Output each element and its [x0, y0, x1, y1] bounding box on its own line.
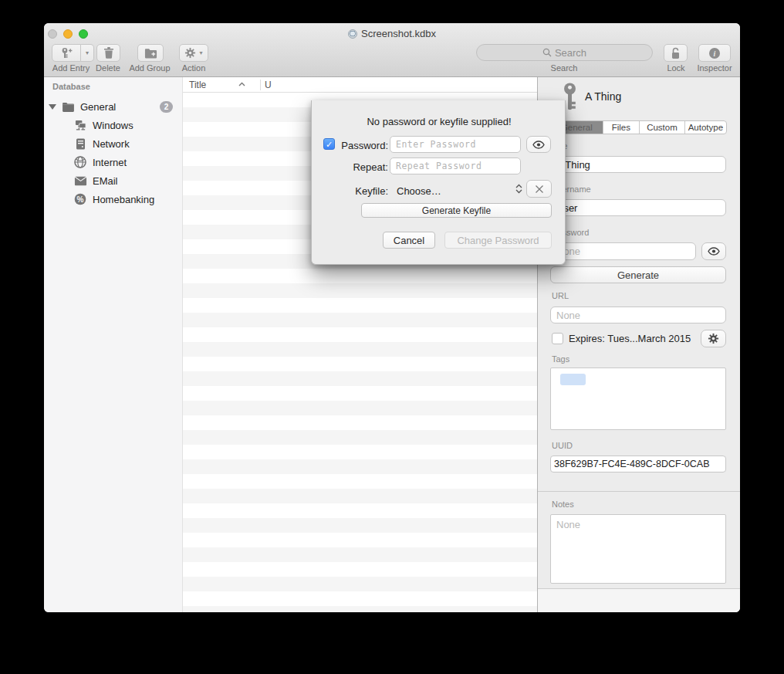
- sidebar-item-label: General: [80, 101, 116, 113]
- windows-icon: [73, 120, 87, 131]
- folder-icon: [61, 102, 75, 112]
- sidebar-item-homebanking[interactable]: % Homebanking: [44, 190, 183, 208]
- percent-icon: %: [73, 193, 87, 205]
- gear-icon: [184, 47, 196, 59]
- action-button[interactable]: ▾: [179, 44, 208, 62]
- section-divider: [538, 491, 740, 492]
- key-plus-icon: [60, 47, 73, 59]
- tags-field[interactable]: [550, 367, 726, 430]
- sidebar-item-windows[interactable]: Windows: [44, 116, 183, 134]
- app-window: Screenshot.kdbx ▾ Add Entry Delete: [44, 23, 740, 612]
- lock-button[interactable]: [664, 44, 688, 62]
- entry-count-badge: 2: [160, 101, 173, 113]
- delete-button[interactable]: [96, 44, 120, 62]
- repeat-password-input[interactable]: Repeat Password: [390, 157, 521, 174]
- svg-text:%: %: [77, 195, 84, 204]
- screen: Screenshot.kdbx ▾ Add Entry Delete: [0, 0, 784, 674]
- tab-files[interactable]: Files: [603, 121, 640, 134]
- dialog-message: No password or keyfile supplied!: [312, 116, 566, 127]
- clear-keyfile-button[interactable]: [526, 180, 552, 198]
- inspector-tabs: General Files Custom Autotype: [550, 120, 727, 134]
- add-entry-label: Add Entry: [52, 63, 90, 73]
- notes-field[interactable]: None: [550, 514, 726, 584]
- inspector-label: Inspector: [697, 63, 732, 73]
- column-divider[interactable]: [260, 80, 261, 90]
- folder-plus-icon: [144, 48, 157, 59]
- sort-ascending-icon: [238, 82, 245, 86]
- expires-checkbox[interactable]: [552, 333, 563, 344]
- tags-label: Tags: [552, 354, 569, 364]
- entry-title: A Thing: [585, 90, 621, 103]
- window-chrome: Screenshot.kdbx ▾ Add Entry Delete: [44, 23, 740, 77]
- table-header: Title U: [183, 77, 537, 93]
- uuid-field[interactable]: 38F629B7-FC4E-489C-8DCF-0CAB: [550, 456, 726, 472]
- change-password-dialog: No password or keyfile supplied! ✓ Passw…: [311, 100, 566, 265]
- cancel-button[interactable]: Cancel: [383, 232, 435, 249]
- svg-text:i: i: [714, 49, 716, 58]
- inspector-footer: [538, 589, 740, 612]
- close-x-icon: [535, 185, 544, 194]
- add-group-label: Add Group: [129, 63, 170, 73]
- reveal-password-button[interactable]: [701, 242, 726, 260]
- trash-icon: [103, 47, 114, 59]
- sidebar-section-database: Database: [52, 82, 90, 91]
- sidebar-item-label: EMail: [93, 175, 118, 187]
- info-icon: i: [708, 47, 721, 59]
- tab-custom[interactable]: Custom: [639, 121, 684, 134]
- expires-settings-button[interactable]: [701, 330, 726, 347]
- url-field[interactable]: None: [550, 307, 726, 323]
- password-checkbox[interactable]: ✓: [323, 138, 335, 150]
- inspector-button[interactable]: i: [698, 44, 731, 62]
- reveal-password-button[interactable]: [526, 136, 551, 153]
- column-title[interactable]: Title: [189, 80, 206, 90]
- chevron-down-icon: ▾: [199, 49, 202, 56]
- column-username[interactable]: U: [265, 80, 272, 90]
- search-icon: [542, 48, 552, 57]
- window-title: Screenshot.kdbx: [44, 28, 740, 39]
- username-field[interactable]: User: [550, 199, 726, 216]
- globe-icon: [73, 156, 87, 168]
- search-label: Search: [551, 63, 578, 73]
- add-group-button[interactable]: [137, 44, 164, 62]
- sidebar: Database General 2 Windows: [44, 77, 183, 612]
- disclosure-triangle-icon[interactable]: [49, 104, 56, 110]
- add-entry-dropdown[interactable]: ▾: [81, 44, 94, 62]
- repeat-label: Repeat:: [338, 161, 388, 173]
- generate-keyfile-button[interactable]: Generate Keyfile: [361, 203, 552, 218]
- title-field[interactable]: A Thing: [550, 156, 726, 173]
- sidebar-item-internet[interactable]: Internet: [44, 153, 183, 171]
- eye-icon: [708, 247, 720, 256]
- change-password-button[interactable]: Change Password: [444, 232, 552, 249]
- sidebar-item-label: Internet: [93, 157, 127, 168]
- stepper-icon[interactable]: [515, 181, 522, 196]
- lock-label: Lock: [667, 63, 684, 73]
- eye-icon: [532, 141, 545, 149]
- sidebar-item-label: Windows: [93, 120, 133, 131]
- sidebar-item-label: Homebanking: [93, 194, 154, 205]
- add-entry-button[interactable]: [52, 44, 81, 62]
- server-icon: [73, 138, 87, 150]
- generate-password-button[interactable]: Generate: [550, 266, 726, 283]
- tag-pill[interactable]: [560, 374, 586, 385]
- keyfile-label: Keyfile:: [338, 185, 388, 197]
- url-field-label: URL: [552, 291, 569, 300]
- unlock-icon: [670, 47, 681, 59]
- sidebar-item-email[interactable]: EMail: [44, 171, 183, 190]
- tab-autotype[interactable]: Autotype: [684, 121, 726, 134]
- enter-password-input[interactable]: Enter Password: [390, 136, 521, 153]
- expires-label: Expires: Tues...March 2015: [569, 333, 691, 344]
- search-input[interactable]: Search: [476, 44, 653, 61]
- kdbx-document-icon: [348, 29, 357, 39]
- password-label: Password:: [338, 140, 388, 151]
- gear-icon: [708, 333, 719, 344]
- keyfile-popup[interactable]: Choose…: [397, 185, 441, 197]
- delete-label: Delete: [96, 63, 120, 73]
- sidebar-item-general[interactable]: General 2: [44, 97, 183, 116]
- search-placeholder: Search: [555, 47, 586, 59]
- action-label: Action: [182, 63, 206, 73]
- sidebar-item-network[interactable]: Network: [44, 134, 183, 153]
- sidebar-item-label: Network: [93, 138, 130, 150]
- password-field[interactable]: None: [550, 242, 696, 260]
- envelope-icon: [73, 176, 87, 186]
- uuid-label: UUID: [552, 441, 573, 450]
